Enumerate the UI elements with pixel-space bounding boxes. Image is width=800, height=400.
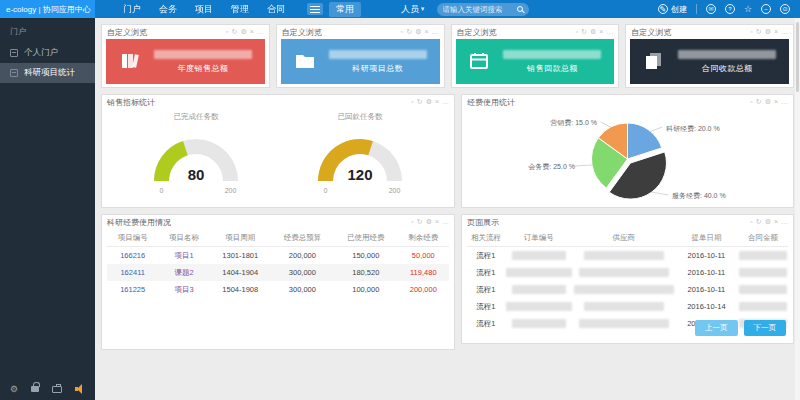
settings-icon[interactable]: ⚙ — [10, 384, 18, 394]
refresh-icon[interactable]: ↻ — [417, 98, 423, 106]
supplier-redacted — [574, 285, 674, 294]
more-icon[interactable]: … — [442, 98, 449, 106]
create-button[interactable]: ✎ 创建 — [658, 4, 687, 15]
table-cell: 180,520 — [334, 264, 397, 281]
project-id-link[interactable]: 162411 — [107, 264, 158, 281]
close-icon[interactable]: × — [435, 98, 439, 106]
close-icon[interactable]: × — [424, 28, 428, 36]
table-cell: 300,000 — [271, 264, 334, 281]
navbar-actions: ✎ 创建 ✉?☆−⊙ — [658, 4, 800, 15]
more-icon[interactable]: … — [257, 28, 264, 36]
project-name-link[interactable]: 课题2 — [158, 264, 209, 281]
table-row: 流程12016-10-11 — [467, 264, 788, 281]
flow-link[interactable]: 流程1 — [467, 264, 505, 281]
nav-item-2[interactable]: 项目 — [195, 3, 213, 16]
pin-icon[interactable]: ▫ — [411, 218, 413, 226]
folder-icon — [294, 50, 316, 74]
stat-cards-row: 自定义浏览▫↻⚙×…年度销售总额自定义浏览▫↻⚙×…科研项目总数自定义浏览▫↻⚙… — [101, 24, 794, 88]
page-icon — [10, 49, 18, 57]
search-icon[interactable] — [517, 6, 523, 12]
close-icon[interactable]: × — [599, 28, 603, 36]
stat-card-panel-3: 自定义浏览▫↻⚙×…合同收款总额 — [625, 24, 794, 88]
table-cell: 200,000 — [398, 281, 449, 298]
sidebar-item-0[interactable]: 个人门户 — [0, 43, 95, 63]
flow-link[interactable]: 流程1 — [467, 247, 505, 265]
refresh-icon[interactable]: ↻ — [406, 28, 412, 36]
power-icon[interactable]: ⊙ — [780, 4, 790, 14]
flow-link[interactable]: 流程1 — [467, 315, 505, 332]
close-icon[interactable]: × — [435, 218, 439, 226]
close-icon[interactable]: × — [774, 218, 778, 226]
message-icon[interactable]: ✉ — [706, 4, 716, 14]
more-icon[interactable]: … — [781, 28, 788, 36]
sidebar-item-1[interactable]: 科研项目统计 — [0, 63, 95, 83]
pin-icon[interactable]: ▫ — [750, 98, 752, 106]
stat-card[interactable]: 合同收款总额 — [630, 39, 789, 84]
hamburger-icon[interactable] — [307, 3, 323, 15]
prev-page-button[interactable]: 上一页 — [695, 320, 738, 336]
table-cell: 300,000 — [271, 281, 334, 298]
settings-icon[interactable]: ⚙ — [765, 98, 771, 106]
settings-icon[interactable]: ⚙ — [426, 98, 432, 106]
nav-item-quick[interactable]: 常用 — [329, 2, 361, 17]
more-icon[interactable]: … — [781, 218, 788, 226]
stat-card[interactable]: 销售回款总额 — [456, 39, 615, 84]
refresh-icon[interactable]: ↻ — [756, 218, 762, 226]
pin-icon[interactable]: ▫ — [401, 28, 403, 36]
gauge-min: 0 — [160, 187, 164, 194]
project-name-link[interactable]: 项目1 — [158, 247, 209, 265]
nav-item-0[interactable]: 门户 — [123, 3, 141, 16]
more-icon[interactable]: … — [432, 28, 439, 36]
refresh-icon[interactable]: ↻ — [417, 218, 423, 226]
settings-icon[interactable]: ⚙ — [590, 28, 596, 36]
table-cell — [505, 315, 573, 332]
minimize-icon[interactable]: − — [761, 4, 771, 14]
next-page-button[interactable]: 下一页 — [744, 320, 787, 336]
refresh-icon[interactable]: ↻ — [232, 28, 238, 36]
more-icon[interactable]: … — [781, 98, 788, 106]
flow-link[interactable]: 流程1 — [467, 298, 505, 315]
workspace-icon[interactable] — [52, 386, 62, 393]
search-input[interactable] — [443, 5, 513, 14]
scrollbar[interactable] — [795, 18, 800, 400]
help-icon[interactable]: ? — [725, 4, 735, 14]
lock-icon[interactable] — [31, 386, 39, 392]
create-label: 创建 — [671, 4, 687, 15]
pin-icon[interactable]: ▫ — [226, 28, 228, 36]
pin-icon[interactable]: ▫ — [750, 28, 752, 36]
settings-icon[interactable]: ⚙ — [426, 218, 432, 226]
pin-icon[interactable]: ▫ — [576, 28, 578, 36]
sidebar-item-label: 个人门户 — [24, 47, 58, 59]
settings-icon[interactable]: ⚙ — [765, 28, 771, 36]
close-icon[interactable]: × — [774, 28, 778, 36]
pin-icon[interactable]: ▫ — [750, 218, 752, 226]
project-name-link[interactable]: 项目3 — [158, 281, 209, 298]
user-dropdown[interactable]: 人员 ▾ — [401, 3, 425, 16]
pin-icon[interactable]: ▫ — [411, 98, 413, 106]
stat-card[interactable]: 科研项目总数 — [281, 39, 440, 84]
more-icon[interactable]: … — [442, 218, 449, 226]
sound-icon[interactable] — [75, 384, 87, 394]
nav-item-3[interactable]: 管理 — [231, 3, 249, 16]
close-icon[interactable]: × — [774, 98, 778, 106]
scrollbar-thumb[interactable] — [796, 22, 799, 92]
close-icon[interactable]: × — [250, 28, 254, 36]
flow-link[interactable]: 流程1 — [467, 281, 505, 298]
stat-value-redacted — [678, 50, 776, 59]
refresh-icon[interactable]: ↻ — [756, 98, 762, 106]
nav-item-1[interactable]: 会务 — [159, 3, 177, 16]
settings-icon[interactable]: ⚙ — [240, 28, 246, 36]
project-id-link[interactable]: 161225 — [107, 281, 158, 298]
settings-icon[interactable]: ⚙ — [765, 218, 771, 226]
pie-slice-0[interactable] — [628, 123, 662, 159]
project-id-link[interactable]: 166216 — [107, 247, 158, 265]
table-cell: 200,000 — [271, 247, 334, 265]
favorite-icon[interactable]: ☆ — [744, 4, 752, 14]
refresh-icon[interactable]: ↻ — [581, 28, 587, 36]
more-icon[interactable]: … — [606, 28, 613, 36]
nav-item-4[interactable]: 合同 — [267, 3, 285, 16]
settings-icon[interactable]: ⚙ — [415, 28, 421, 36]
stat-card[interactable]: 年度销售总额 — [106, 39, 265, 84]
refresh-icon[interactable]: ↻ — [756, 28, 762, 36]
copy-icon — [643, 50, 665, 74]
